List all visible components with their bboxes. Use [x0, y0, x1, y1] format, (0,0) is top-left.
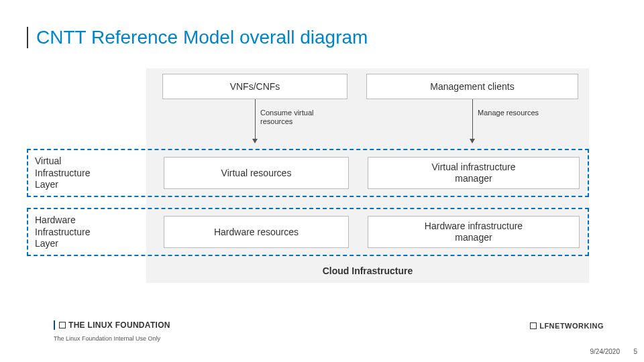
manage-arrow: Manage resources [366, 99, 578, 146]
virtual-resources-box: Virtual resources [164, 157, 349, 189]
diagram: Cloud Infrastructure VNFs/CNFs Managemen… [27, 68, 631, 290]
consume-arrow-label: Consume virtual resources [260, 109, 313, 126]
lf-networking-logo-text: LFNETWORKING [539, 322, 604, 330]
linux-foundation-logo-text: THE LINUX FOUNDATION [68, 320, 170, 330]
cloud-infrastructure-label: Cloud Infrastructure [146, 265, 589, 276]
footer-note: The Linux Foundation Internal Use Only [54, 335, 617, 342]
lfn-square-icon [530, 322, 537, 329]
lf-networking-logo: LFNETWORKING [530, 322, 604, 330]
hardware-infra-manager-box: Hardware infrastructure manager [368, 216, 580, 248]
consume-arrow: Consume virtual resources [162, 99, 347, 146]
hardware-layer-row: Hardware Infrastructure Layer Hardware r… [27, 208, 589, 256]
virtual-layer-row: Virtual Infrastructure Layer Virtual res… [27, 149, 589, 197]
management-clients-box: Management clients [366, 74, 578, 99]
linux-foundation-logo: THE LINUX FOUNDATION [54, 320, 170, 330]
vnfs-cnfs-box: VNFs/CNFs [162, 74, 347, 99]
virtual-layer-label: Virtual Infrastructure Layer [35, 156, 136, 191]
slide-page-number: 5 [633, 348, 637, 355]
hardware-layer-label: Hardware Infrastructure Layer [35, 215, 136, 250]
hardware-resources-box: Hardware resources [164, 216, 349, 248]
manage-arrow-label: Manage resources [478, 109, 539, 117]
lf-square-icon [59, 322, 66, 328]
slide-date: 9/24/2020 [590, 348, 621, 355]
virtual-infra-manager-box: Virtual infrastructure manager [368, 157, 580, 189]
page-title: CNTT Reference Model overall diagram [27, 27, 631, 48]
footer: THE LINUX FOUNDATION LFNETWORKING The Li… [54, 320, 617, 342]
